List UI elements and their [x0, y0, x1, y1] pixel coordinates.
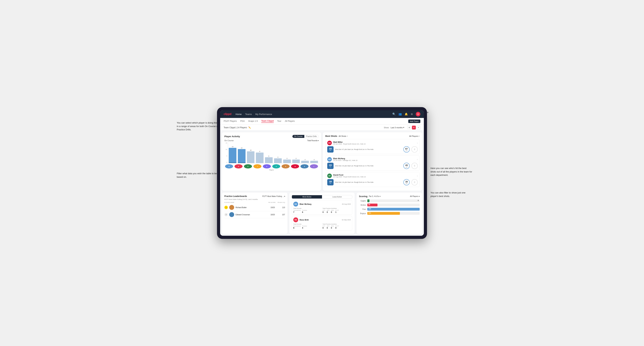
tab-pgat-players[interactable]: PGAT Players	[224, 120, 237, 123]
shot-badge: 200SG	[327, 146, 334, 153]
chart-avatar: R	[282, 164, 290, 169]
shot-description: Shot Dist: 43 yds Start Lie: Rough End L…	[335, 165, 402, 167]
bar-group: 3	[283, 158, 291, 163]
bar-group: 4	[274, 156, 282, 163]
annotation-right-bottom: You can also filter to show just one pla…	[430, 191, 472, 198]
edit-icon[interactable]: ✏️	[248, 126, 251, 129]
scoring-row: Birdies96	[359, 204, 420, 206]
bottom-row: Practice Leaderboards PUTT Must Make Put…	[222, 192, 422, 234]
player-avatar: BM	[293, 202, 298, 206]
col-pb-avg: PB AVG SQ	[276, 202, 285, 203]
scoring-row-label: Eagles	[359, 200, 366, 202]
shot-item[interactable]: DFDavid Ford24 Aug 2023 · Royal North De…	[325, 172, 420, 187]
user-avatar[interactable]: U	[416, 112, 420, 116]
player-name: Rees Britt	[300, 219, 340, 221]
bar-group: 10	[247, 149, 254, 163]
nav-item-teams[interactable]: Teams	[245, 113, 252, 116]
view-icons: ⊞ ♥ ≡	[408, 126, 420, 130]
active-player-card[interactable]: RBRees Britt02 Sep 2023Total RoundsTourn…	[292, 216, 352, 230]
bar-group: 2	[301, 159, 309, 163]
search-icon[interactable]: 🔍	[392, 113, 396, 116]
heart-view-icon[interactable]: ♥	[412, 126, 416, 130]
scoring-title: Scoring	[359, 195, 367, 198]
shot-item[interactable]: BMBlair McHarg23 Jul 2023 · Aldridge GC,…	[325, 156, 420, 171]
plus-circle-icon[interactable]: ⊕	[411, 113, 413, 116]
grid-view-icon[interactable]: ⊞	[408, 126, 411, 130]
tab-hcaps[interactable]: Hcaps 1-5	[248, 120, 258, 123]
shot-yardage-1: 67yds	[403, 146, 410, 153]
leaderboard-row[interactable]: 1Richard Butler19/20110	[224, 204, 285, 211]
shot-yardage-2: 0	[412, 146, 418, 153]
all-players-filter-dropdown[interactable]: All Players ▾	[409, 135, 420, 137]
player-avatar	[229, 205, 234, 210]
bar-group: 2	[310, 159, 318, 163]
active-player-card[interactable]: BMBlair McHarg26 Aug 2023Total RoundsTou…	[292, 200, 352, 215]
tab-all-players[interactable]: All Players	[285, 120, 295, 123]
leaderboard-filter-dropdown[interactable]: PUTT Must Make Putting ... ▾	[262, 195, 285, 197]
tablet-inner: clippd Home Teams My Performance 🔍 👥 🔔 ⊕…	[220, 110, 424, 236]
nav-item-performance[interactable]: My Performance	[255, 113, 272, 116]
active-players-list: BMBlair McHarg26 Aug 2023Total RoundsTou…	[292, 200, 352, 230]
team-header-bar: Team Clippd | 14 Players ✏️ Show: Last 3…	[220, 125, 424, 131]
best-shots-card: Best Shots All Shots ▾ All Players ▾ MMM…	[323, 132, 422, 191]
logo: clippd	[224, 113, 231, 116]
col-pb-score: PB SCORE	[267, 202, 276, 203]
player-name: Richard Butler	[236, 206, 265, 208]
bar-group: 9	[256, 151, 264, 163]
player-avatar: RB	[293, 217, 298, 222]
chevron-down-icon: ▾	[284, 195, 285, 197]
nav-item-home[interactable]: Home	[236, 113, 242, 116]
chevron-down-icon: ▾	[318, 140, 319, 142]
player-activity-card: Player Activity On Course Practice Drill…	[222, 132, 321, 191]
shot-badge: 198SG	[327, 179, 334, 185]
bar-group: 3	[292, 158, 300, 163]
bell-icon[interactable]: 🔔	[404, 113, 408, 116]
scoring-row-label: Bogeys	[359, 212, 366, 214]
shot-yardage-2: 0	[412, 179, 418, 185]
top-nav: clippd Home Teams My Performance 🔍 👥 🔔 ⊕…	[220, 110, 424, 118]
users-icon[interactable]: 👥	[398, 113, 402, 116]
show-dropdown[interactable]: Last 3 months ▾	[390, 126, 404, 129]
most-active-card: Most Active Least Active BMBlair McHarg2…	[289, 192, 355, 234]
chevron-down-icon: ▾	[380, 195, 380, 197]
tab-tour[interactable]: Tour	[277, 120, 281, 123]
scoring-filter-dropdown[interactable]: Par 3, 4 & 5s ▾	[369, 195, 380, 197]
shot-yardage-1: 43yds	[403, 163, 410, 169]
main-content: Player Activity On Course Practice Drill…	[220, 131, 424, 236]
chevron-down-icon: ▾	[419, 195, 420, 197]
shots-filter-dropdown[interactable]: All Shots ▾	[338, 135, 348, 137]
practice-drills-toggle[interactable]: Practice Drills	[304, 135, 318, 138]
chart-avatar: E	[263, 164, 271, 169]
bottom-cards-row: Practice Leaderboards PUTT Must Make Put…	[222, 192, 422, 234]
shot-item[interactable]: MMMatt Miller09 Jun 2023 · Royal North D…	[325, 139, 420, 154]
sub-nav: PGAT Players PGA Hcaps 1-5 Team Clippd T…	[220, 118, 424, 125]
player-name: Blair McHarg	[300, 203, 340, 205]
least-active-tab[interactable]: Least Active	[322, 195, 352, 198]
on-course-toggle[interactable]: On Course	[292, 135, 304, 138]
scoring-row: Eagles3	[359, 199, 420, 202]
chart-avatar: E	[300, 164, 308, 169]
nav-right: 🔍 👥 🔔 ⊕ U	[392, 112, 420, 116]
pb-avg: 110	[276, 206, 285, 208]
chevron-right-icon: ›	[417, 142, 418, 144]
bar-group: 5	[265, 155, 273, 163]
total-rounds-dropdown[interactable]: Total Rounds ▾	[307, 140, 319, 142]
shot-badge: 200SG	[327, 163, 334, 169]
leaderboard-col-headers: PLAYER NAME PB SCORE PB AVG SQ	[224, 202, 285, 203]
pb-score: 19/20	[266, 206, 275, 208]
leaderboard-header: Practice Leaderboards PUTT Must Make Put…	[224, 195, 285, 197]
tab-team-clippd[interactable]: Team Clippd	[261, 120, 274, 123]
leaderboard-row[interactable]: 2Edward Crossman18/20107	[224, 211, 285, 218]
most-active-tab[interactable]: Most Active	[292, 195, 322, 198]
scoring-row-label: Birdies	[359, 204, 366, 206]
tab-pga[interactable]: PGA	[240, 120, 245, 123]
player-date: 26 Aug 2023	[342, 203, 351, 205]
rank-badge: 1	[224, 206, 228, 209]
best-shots-title: Best Shots	[325, 135, 337, 137]
annotation-left-top: You can select which player is doing the…	[177, 121, 222, 131]
scoring-players-filter[interactable]: All Players ▾	[410, 195, 420, 197]
add-team-button[interactable]: Add Team	[408, 120, 420, 123]
scoring-header: Scoring Par 3, 4 & 5s ▾ All Players ▾	[359, 195, 420, 198]
list-view-icon[interactable]: ≡	[416, 126, 420, 130]
leaderboard-title: Practice Leaderboards	[224, 195, 247, 197]
